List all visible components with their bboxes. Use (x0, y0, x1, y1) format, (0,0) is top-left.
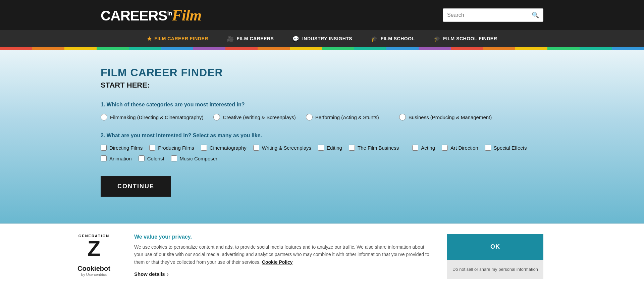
cb-producing[interactable]: Producing Films (149, 145, 194, 151)
nav-label-film-school-finder: FILM SCHOOL FINDER (443, 36, 497, 41)
logo-careers: CAREERS (101, 8, 167, 23)
nav-industry-insights[interactable]: 💬 INDUSTRY INSIGHTS (283, 30, 362, 47)
radio-creative[interactable]: Creative (Writing & Screenplays) (213, 114, 296, 120)
continue-button[interactable]: CONTINUE (101, 176, 171, 197)
nav-label-film-careers: FILM CAREERS (236, 36, 274, 41)
search-input[interactable] (447, 12, 532, 18)
cb-music-composer[interactable]: Music Composer (171, 155, 218, 161)
radio-business-label: Business (Producing & Management) (409, 114, 492, 120)
nav-label-industry-insights: INDUSTRY INSIGHTS (302, 36, 352, 41)
rainbow-bar (0, 47, 644, 50)
cb-animation-input[interactable] (101, 155, 107, 161)
question1-text: 1. Which of these categories are you mos… (101, 102, 543, 108)
cb-music-composer-input[interactable] (171, 155, 177, 161)
radio-business-input[interactable] (399, 114, 406, 120)
cb-animation-label: Animation (109, 156, 132, 161)
cb-producing-label: Producing Films (158, 145, 194, 151)
nav-film-career-finder[interactable]: ★ FILM CAREER FINDER (138, 30, 218, 47)
graduation-icon: 🎓 (371, 36, 378, 42)
radio-creative-input[interactable] (213, 114, 220, 120)
cb-cinematography[interactable]: Cinematography (201, 145, 247, 151)
cb-acting[interactable]: Acting (412, 145, 435, 151)
cb-animation[interactable]: Animation (101, 155, 132, 161)
cb-film-business[interactable]: The Film Business (349, 145, 399, 151)
cb-colorist[interactable]: Colorist (139, 155, 164, 161)
radio-performing[interactable]: Performing (Acting & Stunts) (306, 114, 379, 120)
radio-filmmaking[interactable]: Filmmaking (Directing & Cinematography) (101, 114, 203, 120)
nav-film-school[interactable]: 🎓 FILM SCHOOL (362, 30, 424, 47)
main-nav: ★ FILM CAREER FINDER 🎥 FILM CAREERS 💬 IN… (0, 30, 644, 47)
cb-editing[interactable]: Editing (318, 145, 342, 151)
cb-directing-input[interactable] (101, 145, 107, 151)
nav-label-film-career-finder: FILM CAREER FINDER (154, 36, 208, 41)
cookie-policy-link[interactable]: Cookie Policy (262, 259, 293, 265)
cb-acting-input[interactable] (412, 145, 418, 151)
cookiebot-name: Cookiebot (77, 265, 110, 272)
cb-colorist-label: Colorist (147, 156, 164, 161)
main-content: FILM CAREER FINDER START HERE: 1. Which … (0, 50, 644, 224)
chat-icon: 💬 (292, 36, 300, 42)
cookie-logo-area: GENERATION Z Cookiebot by Usercentrics (67, 234, 121, 277)
cb-writing-label: Writing & Screenplays (262, 145, 311, 151)
cb-cinematography-input[interactable] (201, 145, 207, 151)
cb-art-direction-label: Art Direction (450, 145, 478, 151)
cb-special-effects[interactable]: Special Effects (485, 145, 527, 151)
camera-icon: 🎥 (227, 36, 234, 42)
cb-directing-label: Directing Films (109, 145, 143, 151)
radio-filmmaking-label: Filmmaking (Directing & Cinematography) (110, 114, 203, 120)
cb-music-composer-label: Music Composer (180, 156, 218, 161)
cb-colorist-input[interactable] (139, 155, 145, 161)
cb-special-effects-label: Special Effects (494, 145, 527, 151)
cb-film-business-label: The Film Business (358, 145, 399, 151)
question2-text: 2. What are you most interested in? Sele… (101, 133, 543, 139)
graduation2-icon: 🎓 (434, 36, 441, 42)
cb-acting-label: Acting (421, 145, 435, 151)
cb-film-business-input[interactable] (349, 145, 355, 151)
cookie-content: We value your privacy. We use cookies to… (134, 234, 434, 277)
cookie-body: We use cookies to personalize content an… (134, 243, 434, 266)
cb-directing[interactable]: Directing Films (101, 145, 143, 151)
page-title: FILM CAREER FINDER (101, 66, 543, 79)
chevron-right-icon: › (167, 271, 169, 277)
do-not-sell-button[interactable]: Do not sell or share my personal informa… (447, 260, 543, 279)
question2-options: Directing Films Producing Films Cinemato… (101, 145, 543, 161)
cookie-title: We value your privacy. (134, 234, 434, 240)
search-bar[interactable]: 🔍 (443, 8, 543, 22)
gen-z-logo: GENERATION Z (78, 234, 110, 259)
show-details-label: Show details (134, 271, 165, 277)
cb-editing-label: Editing (327, 145, 342, 151)
cb-editing-input[interactable] (318, 145, 324, 151)
z-letter: Z (87, 238, 100, 259)
cb-producing-input[interactable] (149, 145, 155, 151)
ok-button[interactable]: OK (447, 234, 543, 260)
cookiebot-logo: Cookiebot by Usercentrics (77, 265, 110, 277)
radio-creative-label: Creative (Writing & Screenplays) (223, 114, 296, 120)
question1-options: Filmmaking (Directing & Cinematography) … (101, 114, 543, 120)
radio-business[interactable]: Business (Producing & Management) (399, 114, 492, 120)
header: CAREERSinFilm 🔍 (0, 0, 644, 30)
radio-filmmaking-input[interactable] (101, 114, 107, 120)
radio-performing-input[interactable] (306, 114, 313, 120)
logo-film: Film (172, 7, 201, 24)
cb-special-effects-input[interactable] (485, 145, 491, 151)
logo: CAREERSinFilm (101, 6, 201, 24)
cb-art-direction-input[interactable] (442, 145, 448, 151)
cb-writing[interactable]: Writing & Screenplays (253, 145, 311, 151)
nav-film-careers[interactable]: 🎥 FILM CAREERS (218, 30, 283, 47)
logo-in: in (167, 10, 172, 17)
cookie-actions: OK Do not sell or share my personal info… (447, 234, 543, 279)
search-button[interactable]: 🔍 (532, 11, 539, 19)
show-details-button[interactable]: Show details › (134, 271, 169, 277)
cb-art-direction[interactable]: Art Direction (442, 145, 478, 151)
cb-cinematography-label: Cinematography (210, 145, 247, 151)
nav-label-film-school: FILM SCHOOL (381, 36, 415, 41)
nav-film-school-finder[interactable]: 🎓 FILM SCHOOL FINDER (424, 30, 507, 47)
radio-performing-label: Performing (Acting & Stunts) (315, 114, 379, 120)
star-icon: ★ (147, 36, 152, 42)
cookie-banner: GENERATION Z Cookiebot by Usercentrics W… (0, 224, 644, 289)
cb-writing-input[interactable] (253, 145, 259, 151)
start-here-label: START HERE: (101, 81, 543, 90)
cookiebot-sub: by Usercentrics (81, 272, 107, 277)
logo-text: CAREERSinFilm (101, 6, 201, 24)
